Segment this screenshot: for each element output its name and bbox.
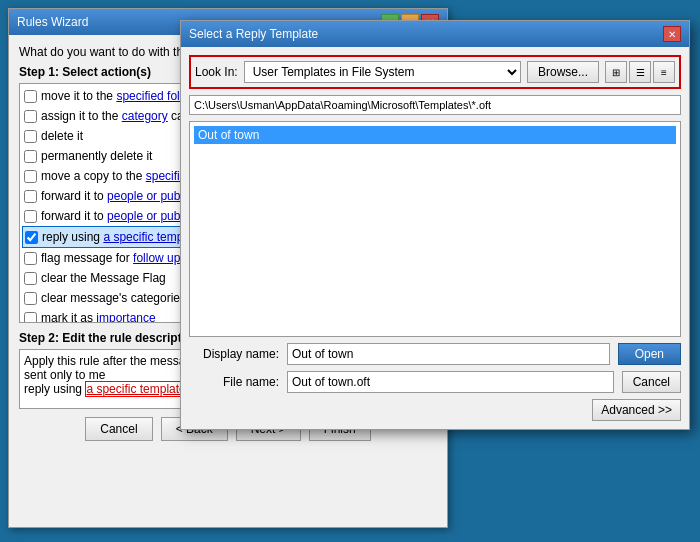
dialog-window-controls: ✕ <box>663 26 681 42</box>
file-name-input[interactable] <box>287 371 614 393</box>
action-checkbox-1[interactable] <box>24 90 37 103</box>
action-checkbox-7[interactable] <box>24 210 37 223</box>
action-checkbox-4[interactable] <box>24 150 37 163</box>
fields-area: Display name: Open File name: Cancel Adv… <box>189 343 681 421</box>
dialog-titlebar: Select a Reply Template ✕ <box>181 21 689 47</box>
action-checkbox-11[interactable] <box>24 292 37 305</box>
open-button[interactable]: Open <box>618 343 681 365</box>
rules-wizard-title: Rules Wizard <box>17 15 88 29</box>
file-list-area[interactable]: Out of town <box>189 121 681 337</box>
cancel-button[interactable]: Cancel <box>85 417 152 441</box>
display-name-row: Display name: Open <box>189 343 681 365</box>
file-item-out-of-town[interactable]: Out of town <box>194 126 676 144</box>
dialog-title: Select a Reply Template <box>189 27 318 41</box>
action-checkbox-3[interactable] <box>24 130 37 143</box>
look-in-label: Look In: <box>195 65 238 79</box>
look-in-select[interactable]: User Templates in File System Standard T… <box>244 61 521 83</box>
view-large-icon-button[interactable]: ⊞ <box>605 61 627 83</box>
action-checkbox-9[interactable] <box>24 252 37 265</box>
action-checkbox-6[interactable] <box>24 190 37 203</box>
advanced-button[interactable]: Advanced >> <box>592 399 681 421</box>
dialog-close-button[interactable]: ✕ <box>663 26 681 42</box>
view-detail-button[interactable]: ≡ <box>653 61 675 83</box>
action-checkbox-5[interactable] <box>24 170 37 183</box>
dialog-cancel-button[interactable]: Cancel <box>622 371 681 393</box>
action-checkbox-2[interactable] <box>24 110 37 123</box>
file-path-bar: C:\Users\Usman\AppData\Roaming\Microsoft… <box>189 95 681 115</box>
reply-template-dialog: Select a Reply Template ✕ Look In: User … <box>180 20 690 430</box>
look-in-row: Look In: User Templates in File System S… <box>189 55 681 89</box>
action-checkbox-12[interactable] <box>24 312 37 324</box>
view-list-button[interactable]: ☰ <box>629 61 651 83</box>
view-icons: ⊞ ☰ ≡ <box>605 61 675 83</box>
action-checkbox-8[interactable] <box>25 231 38 244</box>
action-checkbox-10[interactable] <box>24 272 37 285</box>
file-path-text: C:\Users\Usman\AppData\Roaming\Microsoft… <box>194 99 491 111</box>
display-name-input[interactable] <box>287 343 610 365</box>
display-name-label: Display name: <box>189 347 279 361</box>
rule-desc-link[interactable]: a specific template <box>85 381 186 397</box>
file-name-label: File name: <box>189 375 279 389</box>
browse-button[interactable]: Browse... <box>527 61 599 83</box>
file-name-row: File name: Cancel <box>189 371 681 393</box>
dialog-content: Look In: User Templates in File System S… <box>181 47 689 429</box>
